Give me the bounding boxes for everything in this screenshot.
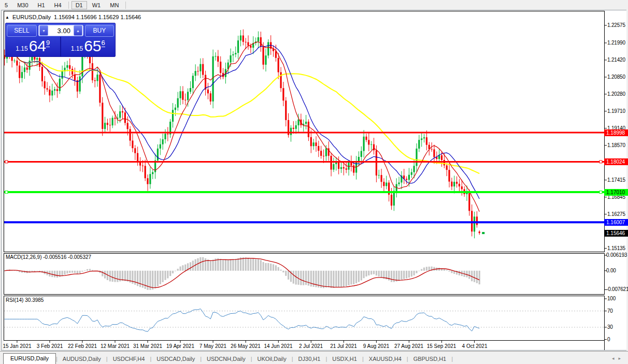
buy-price-display: 1.15 65 6 (61, 37, 116, 56)
tab-scroll-right-icon[interactable]: ▸ (618, 356, 625, 361)
date-axis-label: 27 Aug 2021 (394, 343, 423, 349)
price-axis-tick: 1.18570 (607, 142, 625, 148)
tab-scroll-left-icon[interactable]: ◂ (612, 356, 619, 361)
volume-increase-icon[interactable]: ▲ (74, 25, 82, 36)
timeframe-button-h4[interactable]: H4 (50, 1, 66, 9)
symbol-tab-dj30[interactable]: DJ30,H1 (293, 354, 326, 364)
symbol-tab-usdcad[interactable]: USDCAD,Daily (151, 354, 200, 364)
date-axis-label: 4 Oct 2021 (462, 343, 488, 349)
buy-button[interactable]: BUY (85, 25, 114, 37)
date-axis-label: 3 Feb 2021 (37, 343, 63, 349)
date-axis-label: 7 May 2021 (199, 343, 226, 349)
symbol-tab-usdchf[interactable]: USDCHF,H4 (108, 354, 150, 364)
sell-price-big: 64 (29, 37, 46, 55)
symbol-tab-usdx[interactable]: USDX,H1 (327, 354, 362, 364)
current-price-label: 1.15646 (604, 230, 628, 237)
rsi-axis-tick: 70 (607, 308, 613, 314)
timeframe-button-m30[interactable]: M30 (13, 1, 32, 9)
rsi-indicator-label: RSI(14) 30.3985 (6, 297, 44, 303)
price-axis-tick: 1.20850 (607, 74, 625, 80)
buy-price-prefix: 1.15 (71, 45, 83, 52)
rsi-axis-tick: 100 (607, 296, 616, 301)
timeframe-button-h1[interactable]: H1 (34, 1, 49, 9)
timeframe-toolbar: 5M30H1H4D1W1MN (0, 0, 628, 10)
volume-box: ▼ ▲ (38, 25, 83, 36)
price-axis-tick: 1.21420 (607, 57, 625, 63)
date-axis-label: 21 Jul 2021 (330, 343, 357, 349)
volume-input[interactable] (49, 26, 73, 35)
toolbar-separator (68, 2, 69, 9)
price-axis-tick: 1.15135 (607, 245, 625, 251)
chart-title: ▲EURUSD,Daily 1.15694 1.15696 1.15629 1.… (5, 14, 141, 20)
macd-panel[interactable] (4, 253, 605, 295)
sell-price-pip: 9 (46, 39, 50, 47)
date-axis-label: 14 Jun 2021 (264, 343, 292, 349)
timeframe-button-d1[interactable]: D1 (72, 1, 87, 9)
date-axis-label: 15 Jan 2021 (3, 343, 31, 349)
hline-price-label: 1.17010 (604, 189, 628, 196)
chart-ohlc-values: 1.15694 1.15696 1.15629 1.15646 (54, 14, 141, 20)
symbol-tab-audusd[interactable]: AUDUSD,Daily (58, 354, 106, 364)
price-axis-tick: 1.16275 (607, 211, 625, 217)
sell-price-display: 1.15 64 9 (6, 37, 61, 56)
sell-price-prefix: 1.15 (16, 45, 27, 52)
hline-price-label: 1.18998 (604, 129, 628, 136)
date-axis-label: 12 Mar 2021 (101, 343, 130, 349)
symbol-tab-eurusd[interactable]: EURUSD,Daily (3, 353, 56, 364)
rsi-panel[interactable] (4, 296, 605, 341)
symbol-tab-gbpusd[interactable]: GBPUSD,H1 (408, 354, 452, 364)
macd-indicator-label: MACD(12,26,9) -0.005516 -0.005327 (6, 254, 91, 260)
date-axis-label: 2 Jul 2021 (299, 343, 323, 349)
hline-price-label: 1.16007 (604, 219, 628, 226)
tab-separator: | (451, 356, 453, 364)
volume-decrease-icon[interactable]: ▼ (39, 25, 48, 36)
price-axis-tick: 1.21990 (607, 40, 625, 46)
date-axis-label: 31 Mar 2021 (133, 343, 162, 349)
hline-price-label: 1.18024 (604, 158, 628, 165)
date-axis-label: 9 Aug 2021 (363, 343, 390, 349)
sell-button[interactable]: SELL (7, 25, 37, 37)
symbol-tab-ukoil[interactable]: UKOil,Daily (252, 354, 292, 364)
timeframe-button-w1[interactable]: W1 (88, 1, 105, 9)
macd-axis-tick: -0.007621 (606, 286, 628, 292)
date-axis-label: 15 Sep 2021 (427, 343, 456, 349)
price-axis-tick: 1.17415 (607, 177, 625, 183)
chart-symbol-period: EURUSD,Daily (12, 14, 51, 20)
timeframe-button-mn[interactable]: MN (106, 1, 123, 9)
macd-axis-tick: 0.00 (606, 268, 616, 273)
date-axis-label: 19 Apr 2021 (166, 343, 194, 349)
rsi-axis-tick: 0 (607, 337, 610, 342)
buy-price-big: 65 (84, 37, 101, 55)
date-axis-label: 22 Feb 2021 (68, 343, 97, 349)
symbol-tab-xauusd[interactable]: XAUUSD,H4 (364, 354, 407, 364)
rsi-axis-tick: 30 (607, 324, 613, 330)
symbol-tab-usdcnh[interactable]: USDCNH,Daily (202, 354, 251, 364)
buy-price-pip: 6 (102, 39, 105, 47)
price-axis-tick: 1.20280 (607, 91, 625, 97)
timeframe-button-5[interactable]: 5 (1, 1, 12, 9)
macd-axis-tick: 0.006193 (606, 252, 627, 258)
symbol-tab-bar: EURUSD,Daily|AUDUSD,Daily|USDCHF,H4|USDC… (0, 351, 628, 364)
price-axis-tick: 1.19710 (607, 108, 625, 114)
price-axis-tick: 1.22575 (607, 22, 625, 28)
collapse-panel-icon[interactable]: ▲ (5, 15, 9, 20)
date-axis-label: 26 May 2021 (231, 343, 261, 349)
toolbar-separator (125, 2, 126, 9)
one-click-trade-panel: SELL ▼ ▲ BUY 1.15 64 9 1.15 65 6 (5, 23, 116, 57)
